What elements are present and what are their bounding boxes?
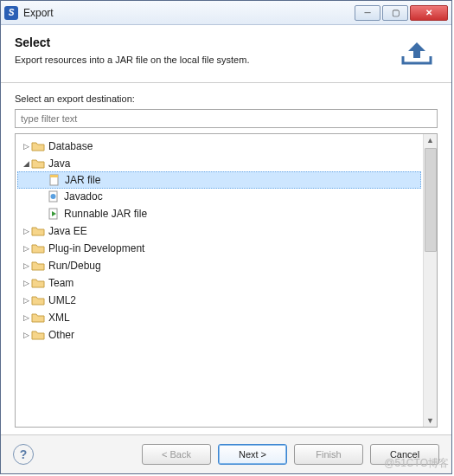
export-dialog: S Export ─ ▢ ✕ Select Export resources i… [0,0,452,474]
maximize-button[interactable]: ▢ [382,5,408,21]
expand-icon[interactable]: ▷ [21,313,31,322]
tree-item-label: Java EE [48,225,87,237]
tree-container: ▷Database◢JavaJAR fileJavadocRunnable JA… [15,133,438,428]
tree-item[interactable]: Javadoc [17,188,421,205]
folder-icon [31,294,45,306]
expand-icon[interactable]: ▷ [21,296,31,305]
tree-scrollbar[interactable]: ▲ ▼ [423,134,437,427]
tree-item-label: Database [48,140,93,152]
button-bar: ? < Back Next > Finish Cancel [1,434,451,473]
tree-folder[interactable]: ▷XML [17,309,421,326]
tree-folder[interactable]: ▷Other [17,326,421,344]
svg-rect-1 [50,175,58,177]
filter-input[interactable] [15,109,438,128]
expand-icon[interactable]: ▷ [21,279,31,287]
tree-folder[interactable]: ▷UML2 [17,292,421,309]
expand-icon[interactable]: ▷ [21,244,31,253]
window-title: Export [23,7,355,19]
folder-icon [31,277,45,289]
tree-item[interactable]: JAR file [17,171,421,189]
tree-item-label: XML [48,312,70,324]
expand-icon[interactable]: ◢ [21,159,31,168]
folder-icon [31,329,45,341]
next-button[interactable]: Next > [218,444,287,465]
expand-icon[interactable]: ▷ [21,227,31,235]
window-controls: ─ ▢ ✕ [355,5,448,21]
scroll-up-button[interactable]: ▲ [425,134,437,146]
svg-point-3 [51,194,56,199]
tree-folder[interactable]: ▷Team [17,274,421,292]
export-icon [396,35,438,70]
minimize-button[interactable]: ─ [355,5,380,21]
finish-button[interactable]: Finish [294,444,363,465]
tree-item[interactable]: Runnable JAR file [17,205,421,222]
tree-item-label: Team [48,277,74,289]
tree-folder[interactable]: ▷Java EE [17,222,421,240]
folder-icon [31,225,45,237]
expand-icon[interactable]: ▷ [21,142,31,151]
runjar-icon [47,208,61,220]
scroll-thumb[interactable] [425,148,437,252]
tree-item-label: Javadoc [64,190,103,203]
back-button[interactable]: < Back [142,444,211,465]
jar-icon [48,174,61,186]
folder-icon [31,242,45,254]
tree-folder[interactable]: ▷Run/Debug [17,257,421,274]
help-button[interactable]: ? [13,444,34,465]
tree-item-label: Other [48,329,74,341]
tree-folder[interactable]: ◢Java [17,155,421,172]
export-tree[interactable]: ▷Database◢JavaJAR fileJavadocRunnable JA… [16,134,423,427]
folder-icon [31,140,45,152]
expand-icon[interactable]: ▷ [21,261,31,270]
content-area: Select an export destination: ▷Database◢… [1,83,451,434]
expand-icon[interactable]: ▷ [21,331,31,339]
wizard-banner: Select Export resources into a JAR file … [1,25,451,83]
scroll-down-button[interactable]: ▼ [425,415,437,427]
tree-item-label: Runnable JAR file [64,208,147,220]
folder-icon [31,158,45,170]
banner-subheading: Export resources into a JAR file on the … [15,55,396,65]
titlebar[interactable]: S Export ─ ▢ ✕ [1,1,451,25]
tree-folder[interactable]: ▷Database [17,138,421,155]
folder-icon [31,260,45,272]
javadoc-icon [47,190,61,203]
tree-item-label: Run/Debug [48,260,101,272]
banner-heading: Select [15,35,396,49]
tree-item-label: Java [48,158,70,170]
cancel-button[interactable]: Cancel [370,444,439,465]
tree-folder[interactable]: ▷Plug-in Development [17,240,421,257]
close-button[interactable]: ✕ [410,5,448,21]
tree-item-label: UML2 [48,294,76,306]
tree-item-label: JAR file [65,174,100,186]
folder-icon [31,312,45,324]
app-icon: S [4,6,18,20]
destination-label: Select an export destination: [15,93,438,104]
tree-item-label: Plug-in Development [48,242,144,254]
